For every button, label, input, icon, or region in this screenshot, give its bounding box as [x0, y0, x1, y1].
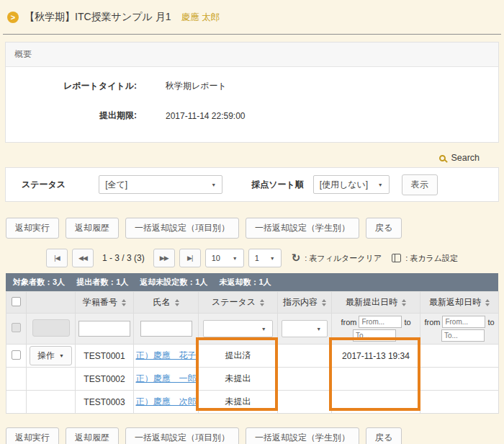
- report-title-label: レポートタイトル:: [14, 80, 137, 92]
- instruction-cell: [278, 391, 332, 414]
- instruction-cell: [278, 345, 332, 368]
- returned-cell: [420, 368, 499, 391]
- report-title-field: レポートタイトル: 秋学期レポート: [14, 80, 490, 92]
- summary-unreturned: 未返却数：1人: [219, 277, 271, 288]
- show-button[interactable]: 表示: [402, 174, 438, 195]
- instructor-name-link[interactable]: 慶應 太郎: [181, 12, 220, 24]
- submitted-cell: [332, 391, 420, 414]
- return-execute-button[interactable]: 返却実行: [6, 427, 59, 444]
- results-table: 学籍番号 氏名 ステータス 指示内容 最新提出日時: [6, 291, 499, 414]
- student-id-cell: TEST0001: [76, 345, 134, 368]
- student-id-filter-input[interactable]: [78, 321, 130, 337]
- row-checkbox[interactable]: [12, 350, 21, 360]
- summary-submitters: 提出者数：1人: [76, 277, 128, 288]
- chevron-down-icon: ▼: [261, 327, 266, 332]
- column-label: 最新提出日時: [346, 296, 397, 308]
- deadline-field: 提出期限: 2017-11-14 22:59:00: [14, 110, 490, 122]
- empty-action-cell: [27, 391, 76, 414]
- filter-clear-label: : 表フィルタークリア: [305, 253, 382, 264]
- student-name-link[interactable]: 正）慶應 花子: [136, 350, 197, 360]
- row-action-button[interactable]: 操作 ▼: [30, 346, 72, 365]
- chevron-down-icon: ▼: [211, 182, 216, 187]
- back-button[interactable]: 戻る: [366, 218, 402, 239]
- filter-clear-icon[interactable]: ↻: [292, 252, 301, 265]
- back-button[interactable]: 戻る: [366, 427, 402, 444]
- chevron-down-icon: ▼: [233, 256, 238, 261]
- sort-icon[interactable]: [402, 299, 406, 306]
- page-size-select[interactable]: 10 ▼: [205, 249, 244, 267]
- summary-bar: 対象者数：3人 提出者数：1人 返却未設定数：1人 未返却数：1人: [6, 273, 498, 291]
- search-label: Search: [451, 153, 480, 163]
- table-row: 操作 ▼ TEST0001 正）慶應 花子 提出済 2017-11-13 19:…: [6, 345, 499, 368]
- student-name-link[interactable]: 正）慶應 次郎: [136, 396, 197, 407]
- submitted-to-input[interactable]: [353, 329, 396, 342]
- page-size-value: 10: [212, 254, 220, 262]
- bulk-return-by-student-button[interactable]: 一括返却設定（学生別）: [246, 218, 359, 239]
- column-header-status: ステータス: [199, 292, 278, 314]
- page-number-value: 1: [255, 254, 259, 262]
- header-divider: [3, 34, 501, 35]
- return-history-button[interactable]: 返却履歴: [66, 427, 119, 444]
- empty-checkbox-cell: [6, 391, 27, 414]
- overview-panel-body: レポートタイトル: 秋学期レポート 提出期限: 2017-11-14 22:59…: [6, 67, 498, 142]
- search-icon: [439, 155, 446, 161]
- column-label: 指示内容: [283, 296, 318, 308]
- bulk-return-by-student-button[interactable]: 一括返却設定（学生別）: [246, 427, 359, 444]
- instruction-cell: [278, 368, 332, 391]
- status-column-filter-select[interactable]: ▼: [203, 320, 273, 337]
- status-select-value: [全て]: [105, 179, 127, 191]
- bulk-return-by-item-button[interactable]: 一括返却設定（項目別）: [125, 218, 239, 239]
- score-sort-select[interactable]: [使用しない] ▼: [313, 175, 390, 194]
- overview-panel: 概要 レポートタイトル: 秋学期レポート 提出期限: 2017-11-14 22…: [5, 42, 499, 143]
- table-row: TEST0002 正）慶應 一郎 未提出: [6, 368, 499, 391]
- bulk-return-by-item-button[interactable]: 一括返却設定（項目別）: [125, 427, 239, 444]
- column-settings-label: : 表カラム設定: [405, 253, 458, 264]
- column-settings-icon[interactable]: [392, 254, 401, 262]
- sort-icon[interactable]: [260, 299, 264, 306]
- search-panel: ステータス [全て] ▼ 採点ソート順 [使用しない] ▼ 表示: [5, 167, 499, 202]
- table-filter-row: ▼ ▼ from to from to: [6, 314, 499, 345]
- student-id-cell: TEST0003: [76, 391, 134, 414]
- returned-to-input[interactable]: [441, 329, 485, 342]
- return-execute-button[interactable]: 返却実行: [6, 218, 59, 239]
- action-buttons-bottom: 返却実行 返却履歴 一括返却設定（項目別） 一括返却設定（学生別） 戻る: [6, 427, 504, 444]
- summary-targets: 対象者数：3人: [13, 277, 65, 288]
- return-history-button[interactable]: 返却履歴: [66, 218, 119, 239]
- column-header-instruction: 指示内容: [278, 292, 332, 314]
- chevron-down-icon: ▼: [59, 353, 64, 358]
- sort-icon[interactable]: [122, 299, 126, 306]
- score-sort-select-value: [使用しない]: [320, 179, 369, 191]
- column-header-student-id: 学籍番号: [76, 292, 134, 314]
- status-cell: 未提出: [199, 368, 278, 391]
- sort-icon[interactable]: [322, 299, 326, 306]
- page-number-select[interactable]: 1 ▼: [248, 249, 282, 267]
- column-label: ステータス: [212, 296, 256, 308]
- from-label: from: [341, 318, 356, 327]
- student-name-link[interactable]: 正）慶應 一郎: [136, 373, 197, 383]
- action-column-header: [27, 292, 76, 314]
- select-all-checkbox[interactable]: [12, 297, 21, 306]
- submitted-from-input[interactable]: [359, 316, 402, 328]
- row-action-label: 操作: [37, 350, 55, 362]
- prev-page-icon[interactable]: ◀◀: [72, 249, 94, 267]
- instruction-column-filter-select[interactable]: ▼: [282, 320, 328, 337]
- sort-icon[interactable]: [175, 299, 179, 306]
- name-filter-input[interactable]: [140, 321, 192, 337]
- overview-panel-title: 概要: [6, 43, 498, 67]
- last-page-icon[interactable]: ▶|: [179, 249, 201, 267]
- score-sort-label: 採点ソート順: [251, 179, 304, 191]
- column-label: 最新返却日時: [429, 296, 481, 308]
- column-header-latest-returned: 最新返却日時: [420, 292, 499, 314]
- deadline-value: 2017-11-14 22:59:00: [166, 111, 246, 121]
- action-buttons-top: 返却実行 返却履歴 一括返却設定（項目別） 一括返却設定（学生別） 戻る: [6, 218, 504, 239]
- column-label: 氏名: [153, 296, 171, 308]
- first-page-icon[interactable]: |◀: [46, 249, 68, 267]
- status-filter-label: ステータス: [22, 179, 66, 191]
- returned-from-input[interactable]: [442, 316, 485, 328]
- report-title-value: 秋学期レポート: [166, 80, 227, 92]
- submitted-cell: 2017-11-13 19:34: [332, 345, 420, 368]
- sort-icon[interactable]: [485, 299, 490, 306]
- next-page-icon[interactable]: ▶▶: [153, 249, 175, 267]
- status-select[interactable]: [全て] ▼: [99, 175, 222, 194]
- status-cell: 未提出: [199, 391, 278, 414]
